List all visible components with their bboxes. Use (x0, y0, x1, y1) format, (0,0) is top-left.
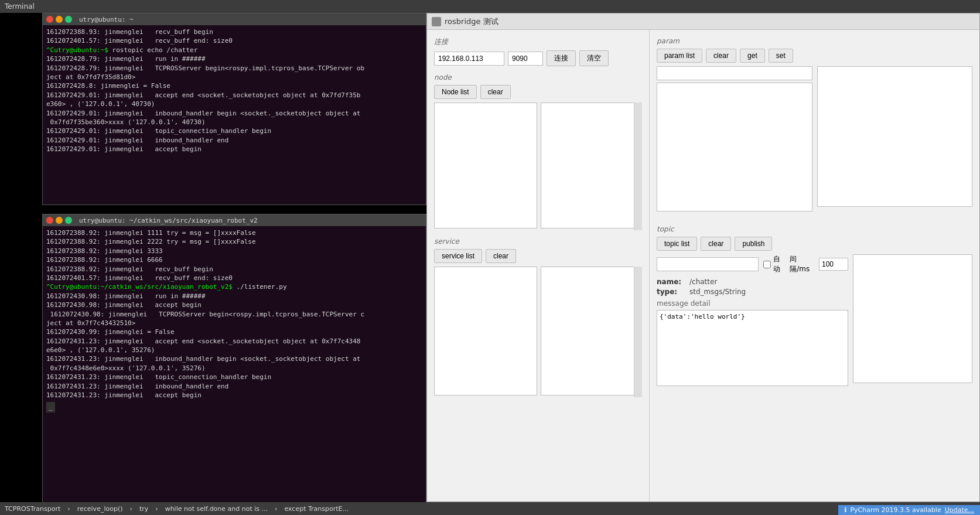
service-textarea-right[interactable] (541, 267, 643, 395)
term-line: 1612072430.99: jinmenglei = False (46, 328, 422, 336)
message-textarea[interactable] (657, 310, 848, 386)
term-line: 1612072388.92: jinmenglei 6666 (46, 255, 422, 264)
term-line: 1612072430.98: jinmenglei run in ###### (46, 292, 422, 301)
rosbridge-titlebar: rosbridge 测试 (427, 13, 979, 30)
term-line: e360> , ('127.0.0.1', 40730) (46, 100, 422, 108)
term-line: 1612072428.79: jinmenglei run in ###### (46, 54, 422, 63)
topic-output-textarea[interactable] (853, 254, 972, 383)
topic-content: 自动 间隔/ms name: /chatter type: (657, 254, 972, 388)
connect-button[interactable]: 连接 (547, 50, 576, 66)
topic-left: 自动 间隔/ms name: /chatter type: (657, 254, 848, 388)
terminal-bottom[interactable]: utry@ubuntu: ~/catkin_ws/src/xiaoyuan_ro… (42, 214, 426, 515)
clear-node-button[interactable]: clear (480, 85, 511, 99)
pycharm-notice[interactable]: ℹ PyCharm 2019.3.5 available Update... (838, 505, 980, 515)
term-line: 1612072430.98: jinmenglei accept begin (46, 301, 422, 309)
pycharm-update-link[interactable]: Update... (945, 506, 974, 514)
publish-button[interactable]: publish (735, 237, 772, 251)
interval-label: 间隔/ms (790, 254, 814, 274)
rosbridge-window: rosbridge 测试 连接 连接 清空 node Node list cle… (426, 13, 980, 502)
term-line: 1612072430.98: jinmenglei TCPROSServer b… (46, 310, 422, 319)
name-value: /chatter (689, 278, 717, 286)
get-param-button[interactable]: get (740, 49, 765, 63)
param-name-input[interactable] (657, 66, 812, 80)
bottom-sep3: › (155, 505, 158, 513)
interval-input[interactable] (819, 258, 848, 271)
param-value-textarea[interactable] (657, 83, 812, 212)
connect-row: 连接 清空 (434, 50, 642, 66)
topic-list-button[interactable]: topic list (657, 237, 697, 251)
term-btn-close-bottom[interactable] (46, 217, 53, 224)
ip-input[interactable] (434, 52, 504, 66)
term-line: 1612072388.93: jinmenglei recv_buff begi… (46, 28, 422, 36)
clear-service-button[interactable]: clear (486, 249, 516, 263)
bottom-path1: TCPROSTransport (5, 505, 60, 513)
connect-label: 连接 (434, 37, 642, 47)
term-line: 1612072388.92: jinmenglei 2222 try = msg… (46, 237, 422, 246)
term-line: 1612072388.92: jinmenglei 3333 (46, 247, 422, 255)
bottom-path3: try (139, 505, 148, 513)
node-text-area-wrapper (434, 103, 642, 230)
term-line: 1612072401.57: jinmenglei recv_buff end:… (46, 274, 422, 282)
node-label: node (434, 73, 642, 81)
term-btn-max-top[interactable] (65, 16, 72, 23)
node-textarea-right[interactable] (541, 103, 643, 228)
param-list-button[interactable]: param list (657, 49, 702, 63)
term-btn-close-top[interactable] (46, 16, 53, 23)
bottom-path5: except TransportE... (284, 505, 349, 513)
bottom-bar: TCPROSTransport › receive_loop() › try ›… (0, 502, 980, 515)
service-label: service (434, 237, 642, 245)
rosbridge-title: rosbridge 测试 (445, 16, 498, 27)
left-panel: 连接 连接 清空 node Node list clear (427, 30, 650, 502)
node-textarea-left[interactable] (434, 103, 537, 228)
terminal-area: utry@ubuntu: ~ 1612072388.93: jinmenglei… (0, 13, 426, 515)
topic-input[interactable] (657, 257, 759, 271)
terminal-bottom-titlebar: utry@ubuntu: ~/catkin_ws/src/xiaoyuan_ro… (43, 214, 426, 226)
type-value: std_msgs/String (689, 288, 746, 296)
topic-label: topic (657, 225, 972, 233)
term-line: 1612072388.92: jinmenglei 1111 try = msg… (46, 228, 422, 237)
topic-type-row: type: std_msgs/String (657, 288, 848, 296)
auto-label[interactable]: 自动 (763, 254, 785, 274)
param-inputs (657, 66, 972, 213)
port-input[interactable] (508, 52, 543, 66)
term-btn-min-bottom[interactable] (56, 217, 63, 224)
clear-connect-button[interactable]: 清空 (579, 50, 609, 66)
message-detail-label: message detail (657, 299, 848, 308)
topic-name-row: name: /chatter (657, 278, 848, 286)
term-btn-max-bottom[interactable] (65, 217, 72, 224)
term-line: 1612072431.23: jinmenglei topic_connecti… (46, 373, 422, 381)
term-line: ject at 0x7fd7f35d81d0> (46, 73, 422, 81)
term-line: 1612072431.23: jinmenglei inbound_handle… (46, 382, 422, 391)
term-line: 1612072431.23: jinmenglei accept begin (46, 391, 422, 400)
param-section: param param list clear get set (657, 37, 972, 213)
service-list-button[interactable]: service list (434, 249, 482, 263)
taskbar: Terminal (0, 0, 980, 13)
terminal-top-titlebar: utry@ubuntu: ~ (43, 13, 426, 25)
terminal-top[interactable]: utry@ubuntu: ~ 1612072388.93: jinmenglei… (42, 13, 426, 205)
topic-right (853, 254, 972, 385)
param-result-textarea[interactable] (817, 66, 973, 207)
node-row: Node list clear (434, 85, 642, 99)
term-line: ^Cutry@ubuntu:~$ rostopic echo /chatter (46, 46, 422, 54)
bottom-sep1: › (67, 505, 70, 513)
bottom-sep2: › (129, 505, 132, 513)
term-btn-min-top[interactable] (56, 16, 63, 23)
node-list-button[interactable]: Node list (434, 85, 477, 99)
rosbridge-body: 连接 连接 清空 node Node list clear (427, 30, 979, 502)
term-line: 1612072429.01: jinmenglei topic_connecti… (46, 127, 422, 135)
clear-topic-button[interactable]: clear (701, 237, 731, 251)
right-panel: param param list clear get set (650, 30, 979, 502)
type-label: type: (657, 288, 686, 296)
term-line: 1612072428.8: jinmenglei = False (46, 81, 422, 90)
auto-label-text: 自动 (773, 254, 785, 274)
service-textarea-left[interactable] (434, 267, 537, 395)
term-line: _ (46, 402, 55, 412)
pycharm-icon: ℹ (844, 506, 846, 514)
name-label: name: (657, 278, 686, 286)
node-section: node Node list clear (434, 73, 642, 230)
term-line: 1612072429.01: jinmenglei accept begin (46, 145, 422, 154)
set-param-button[interactable]: set (769, 49, 793, 63)
terminal-top-title: utry@ubuntu: ~ (79, 16, 134, 23)
clear-param-button[interactable]: clear (706, 49, 736, 63)
auto-checkbox[interactable] (763, 261, 771, 268)
